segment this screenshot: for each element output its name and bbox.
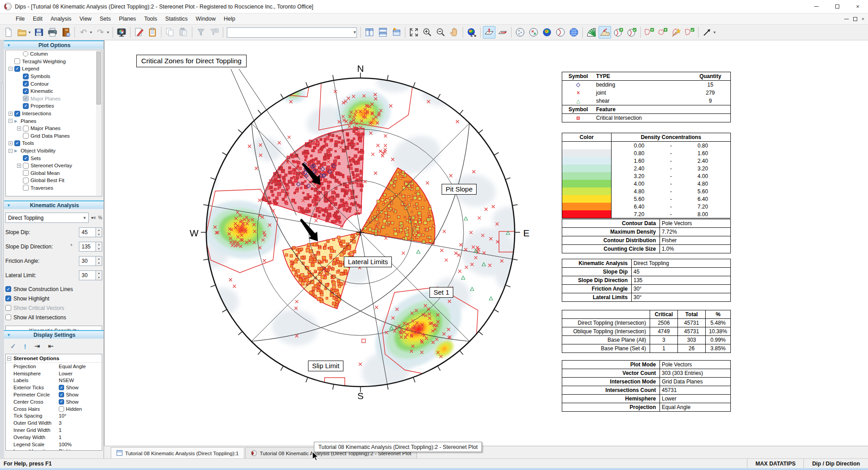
tree-expander-icon[interactable]: −	[9, 119, 13, 123]
checkbox-icon[interactable]: ✓	[59, 385, 64, 390]
symbol-plot-icon[interactable]	[527, 26, 540, 39]
tree-item-column[interactable]: Column	[6, 50, 102, 58]
save-file-icon[interactable]	[33, 26, 45, 39]
checkbox-icon[interactable]	[23, 170, 29, 176]
annotation-pit-slope[interactable]: Pit Slope	[442, 184, 477, 195]
option-perimeter-circle[interactable]: Perimeter Circle✓Show	[6, 391, 102, 398]
add-plane-icon[interactable]	[612, 26, 625, 39]
annotation-lateral-limits[interactable]: Lateral Limits	[344, 257, 392, 267]
collapse-box-icon[interactable]: −	[7, 357, 11, 361]
checkbox-icon[interactable]	[23, 163, 29, 169]
pole-vector-plot-icon[interactable]	[483, 26, 495, 39]
rosette-plot-icon[interactable]	[585, 26, 598, 39]
tree-item-major-planes[interactable]: ✓Major Planes	[6, 95, 102, 103]
checkbox-icon[interactable]: ✓	[14, 66, 20, 72]
menu-tools[interactable]: Tools	[140, 14, 161, 23]
checkbox-icon[interactable]: ✓	[14, 140, 20, 146]
tree-expander-icon[interactable]: +	[17, 126, 21, 131]
toolbar-combo[interactable]	[227, 27, 357, 38]
tree-item-contour[interactable]: ✓Contour	[6, 80, 102, 87]
tree-item-traverses[interactable]: Traverses	[6, 184, 102, 192]
checkbox-icon[interactable]: ✓	[23, 81, 29, 87]
filter-icon[interactable]	[195, 26, 207, 39]
checkbox-icon[interactable]: ✓	[5, 296, 11, 301]
checkbox-icon[interactable]	[5, 305, 11, 311]
checkbox-icon[interactable]: ✓	[23, 103, 29, 109]
tree-item-object-visibility[interactable]: −▶Object Visibility	[6, 147, 102, 155]
plot-options-header[interactable]: ▼ Plot Options	[4, 40, 104, 49]
checkbox-icon[interactable]	[23, 185, 29, 191]
new-window-icon[interactable]	[390, 26, 403, 39]
checkbox-icon[interactable]: ✓	[5, 286, 11, 292]
mdi-minimize-button[interactable]	[844, 19, 849, 19]
group-arrow-icon[interactable]: ▶	[14, 148, 17, 153]
tree-item-symbols[interactable]: ✓Symbols	[6, 73, 102, 80]
checkbox-icon[interactable]	[23, 178, 29, 183]
add-set-window-icon[interactable]	[643, 26, 655, 39]
checkbox-icon[interactable]	[5, 314, 11, 320]
advanced-filter-icon[interactable]	[208, 26, 221, 39]
checkbox-icon[interactable]: ✓	[59, 392, 64, 397]
stereonet-zoom-icon[interactable]	[465, 26, 478, 39]
redo-dropdown-icon[interactable]: ▼	[106, 30, 110, 35]
checkbox-icon[interactable]: ✓	[59, 399, 64, 405]
tree-item-stereonet-overlay[interactable]: +Stereonet Overlay	[6, 162, 102, 170]
copy-icon[interactable]	[164, 26, 176, 39]
tree-item-properties[interactable]: ✓Properties	[6, 102, 102, 110]
tile-horizontal-icon[interactable]	[377, 26, 389, 39]
checkbox-icon[interactable]	[14, 58, 20, 64]
presentation-icon[interactable]	[115, 26, 128, 39]
annotation-slip-limit[interactable]: Slip Limit	[308, 361, 343, 371]
scatter-plot-icon[interactable]	[514, 26, 526, 39]
mdi-restore-button[interactable]	[853, 17, 857, 21]
checkbox-icon[interactable]: ✓	[23, 96, 29, 101]
option-overlay-width[interactable]: Overlay Width1	[6, 434, 102, 441]
zoom-extents-icon[interactable]	[408, 26, 420, 39]
check-show-construction-lines[interactable]: ✓Show Construction Lines	[5, 284, 102, 294]
grid-overlay-icon[interactable]	[568, 26, 580, 39]
kinematic-analysis-icon[interactable]	[599, 26, 611, 39]
group-arrow-icon[interactable]: ▶	[14, 119, 17, 123]
tree-scrollbar[interactable]	[96, 51, 101, 196]
tree-item-tools[interactable]: +✓Tools	[6, 139, 102, 147]
check-show-highlight[interactable]: ✓Show Highlight	[5, 294, 102, 303]
tree-expander-icon[interactable]: +	[9, 112, 13, 116]
menu-help[interactable]: Help	[220, 14, 239, 23]
redo-icon[interactable]: ↷	[94, 26, 107, 39]
auto-set-window-icon[interactable]	[670, 26, 682, 39]
export-settings-icon[interactable]: ⇥	[35, 342, 40, 350]
units-toggle-icon[interactable]: %	[98, 215, 102, 220]
option-outer-grid-width[interactable]: Outer Grid Width3	[6, 419, 102, 426]
document-tab-1[interactable]: Tutorial 08 Kinematic Analysis (Direct T…	[111, 447, 244, 458]
spinner-buttons[interactable]: ▲▼	[96, 242, 102, 252]
numeric-input[interactable]: 135	[79, 242, 96, 252]
option-labels[interactable]: LabelsNSEW	[6, 377, 102, 384]
annotation-critical-zones[interactable]: Critical Zones for Direct Toppling	[136, 55, 247, 67]
edit-tool-icon[interactable]	[133, 26, 145, 39]
clipboard-report-icon[interactable]	[146, 26, 159, 39]
display-settings-header[interactable]: ▼ Display Settings	[4, 330, 104, 339]
kinematic-analysis-header[interactable]: ▼ Kinematic Analysis	[4, 200, 104, 209]
menu-edit[interactable]: Edit	[29, 14, 47, 23]
report-icon[interactable]: @	[60, 26, 72, 39]
stereonet-plot[interactable]	[104, 40, 868, 448]
option-hemisphere[interactable]: HemisphereLower	[6, 370, 102, 377]
preset-list-icon[interactable]: ▾≡	[91, 215, 96, 220]
tree-expander-icon[interactable]: +	[17, 164, 21, 168]
minimize-button[interactable]	[806, 0, 827, 13]
close-button[interactable]: ×	[847, 0, 868, 13]
tree-item-sets[interactable]: ✓Sets	[6, 154, 102, 162]
menu-analysis[interactable]: Analysis	[47, 14, 76, 23]
undo-dropdown-icon[interactable]: ▼	[89, 30, 93, 35]
tree-item-legend[interactable]: −✓Legend	[6, 65, 102, 73]
option-exterior-ticks[interactable]: Exterior Ticks✓Show	[6, 384, 102, 391]
spinner-buttons[interactable]: ▲▼	[96, 227, 102, 237]
paste-icon[interactable]	[177, 26, 190, 39]
menu-sets[interactable]: Sets	[95, 14, 115, 23]
checkbox-icon[interactable]: ✓	[23, 74, 29, 79]
status-max-datatips[interactable]: MAX DATATIPS	[747, 459, 804, 468]
spinner-buttons[interactable]: ▲▼	[96, 270, 102, 280]
open-file-dropdown-icon[interactable]: ▼	[28, 30, 31, 35]
tree-expander-icon[interactable]: +	[9, 141, 13, 145]
tile-vertical-icon[interactable]	[363, 26, 376, 39]
